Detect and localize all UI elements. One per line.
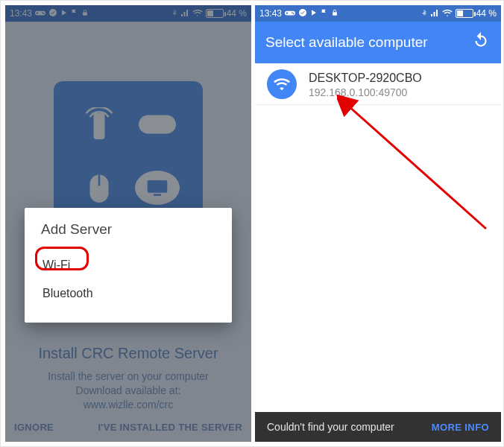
- play-icon: [310, 9, 318, 18]
- status-bar: 13:43: [255, 5, 501, 22]
- check-circle-icon: [298, 8, 307, 19]
- svg-point-16: [292, 12, 293, 13]
- lock-icon: [331, 8, 338, 19]
- bluetooth-icon: [421, 8, 427, 19]
- appbar-title: Select available computer: [265, 34, 428, 51]
- svg-rect-19: [333, 12, 337, 16]
- battery-icon: [456, 9, 473, 18]
- phone-screen-right: 13:43: [255, 5, 501, 442]
- list-item-texts: DESKTOP-2920CBO 192.168.0.100:49700: [309, 72, 422, 97]
- snackbar-action[interactable]: MORE INFO: [432, 422, 489, 433]
- refresh-icon: [471, 31, 491, 51]
- computer-address: 192.168.0.100:49700: [309, 86, 422, 97]
- dialog-title: Add Server: [41, 221, 215, 238]
- refresh-button[interactable]: [471, 31, 491, 54]
- computer-name: DESKTOP-2920CBO: [309, 72, 422, 85]
- status-time: 13:43: [259, 8, 282, 19]
- phone-screen-left: 13:43: [5, 5, 251, 442]
- flag-icon: [321, 8, 328, 19]
- svg-rect-15: [286, 13, 288, 13]
- wifi-icon: [442, 9, 453, 18]
- option-bluetooth[interactable]: Bluetooth: [41, 279, 215, 308]
- list-item[interactable]: DESKTOP-2920CBO 192.168.0.100:49700: [255, 63, 501, 105]
- app-bar: Select available computer: [255, 22, 501, 63]
- signal-icon: [430, 9, 439, 18]
- battery-percent: 44 %: [476, 8, 497, 19]
- controller-icon: [285, 9, 295, 18]
- snackbar-text: Couldn't find your computer: [267, 421, 394, 433]
- snackbar: Couldn't find your computer MORE INFO: [255, 412, 501, 442]
- computer-list: DESKTOP-2920CBO 192.168.0.100:49700: [255, 63, 501, 412]
- add-server-dialog: Add Server Wi-Fi Bluetooth: [25, 208, 232, 323]
- svg-point-17: [293, 13, 294, 14]
- option-wifi[interactable]: Wi-Fi: [41, 251, 215, 279]
- wifi-badge-icon: [267, 69, 297, 99]
